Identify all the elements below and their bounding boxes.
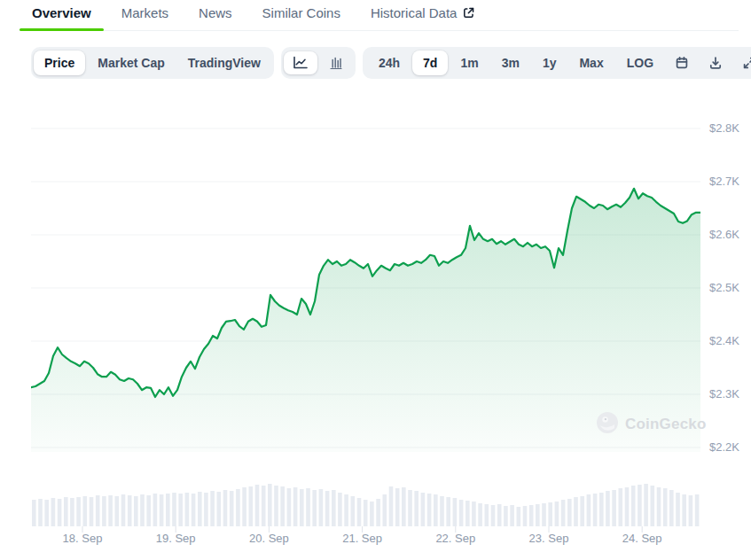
candle-chart-button[interactable] [319,51,353,74]
button-label: Price [44,55,74,71]
x-axis-tick-label: 18. Sep [54,532,111,545]
tradingview-button[interactable]: TradingView [177,51,271,75]
download-button[interactable] [700,51,731,74]
button-label: LOG [627,55,653,71]
y-axis-tick-label: $2.6K [709,228,739,241]
volume-canvas [31,482,700,533]
expand-icon [742,56,751,70]
button-label: 7d [423,55,437,71]
calendar-icon [675,56,689,70]
line-chart-button[interactable] [284,51,317,74]
range-3m-button[interactable]: 3m [491,51,530,75]
date-range-button[interactable] [666,51,698,74]
tab-similar-coins[interactable]: Similar Coins [250,0,353,30]
button-label: TradingView [188,55,261,71]
x-axis-tick-label: 19. Sep [147,532,204,545]
button-label: Market Cap [98,55,164,71]
y-axis-tick-label: $2.3K [709,387,739,401]
tab-news[interactable]: News [186,0,245,30]
range-log-button[interactable]: LOG [616,51,664,75]
tab-label: Similar Coins [262,5,340,20]
download-icon [708,56,723,70]
view-switcher: PriceMarket CapTradingView [31,47,274,79]
chart-type-switcher [281,47,356,79]
button-label: 3m [502,55,520,71]
coin-page-tabs: OverviewMarketsNewsSimilar CoinsHistoric… [20,0,739,31]
x-axis-tick-label: 21. Sep [334,532,391,545]
x-axis-tick-label: 23. Sep [520,532,577,545]
tab-historical-data[interactable]: Historical Data [358,0,489,30]
x-axis-tick-label: 24. Sep [614,532,670,545]
button-label: 1m [460,55,478,71]
fullscreen-button[interactable] [733,51,751,74]
range-24h-button[interactable]: 24h [368,51,411,75]
button-label: 24h [379,55,400,71]
market-cap-button[interactable]: Market Cap [87,51,175,75]
range-switcher: 24h7d1m3m1yMaxLOG [363,47,751,79]
price-chart[interactable] [31,97,700,452]
range-1m-button[interactable]: 1m [450,51,489,75]
tab-label: Markets [121,5,168,20]
x-axis-tick-label: 20. Sep [240,532,297,545]
external-link-icon [462,6,475,19]
candle-chart-icon [328,56,344,70]
y-axis-tick-label: $2.7K [709,175,739,188]
line-chart-icon [293,56,309,70]
price-chart-canvas[interactable] [31,97,700,452]
range-7d-button[interactable]: 7d [412,51,448,75]
tab-overview[interactable]: Overview [20,0,104,30]
y-axis-tick-label: $2.4K [709,334,739,347]
x-axis-tick-label: 22. Sep [427,532,484,545]
tab-label: Overview [32,5,91,20]
tab-markets[interactable]: Markets [109,0,181,30]
y-axis-tick-label: $2.8K [709,121,739,135]
button-label: 1y [543,55,557,71]
range-max-button[interactable]: Max [568,51,614,75]
volume-bars [32,484,699,526]
y-axis-tick-label: $2.2K [709,440,739,454]
price-button[interactable]: Price [34,51,85,75]
chart-toolbar: PriceMarket CapTradingView 24h7d1m3m1yMa… [31,47,747,79]
button-label: Max [579,55,603,71]
x-axis-labels: 18. Sep19. Sep20. Sep21. Sep22. Sep23. S… [0,532,751,549]
tab-label: Historical Data [371,5,458,20]
price-area-fill [31,189,700,452]
volume-chart[interactable] [31,482,700,533]
y-axis-tick-label: $2.5K [709,281,739,294]
tab-label: News [199,5,232,20]
range-1y-button[interactable]: 1y [532,51,567,75]
